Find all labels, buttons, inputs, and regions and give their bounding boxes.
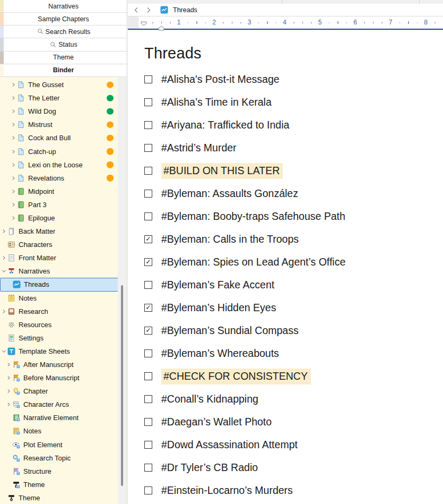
binder-item-mistrust[interactable]: Mistrust xyxy=(0,118,119,131)
chevron-right-icon[interactable] xyxy=(10,214,17,222)
binder-item-part-3[interactable]: Part 3 xyxy=(0,198,119,211)
back-button[interactable] xyxy=(133,6,140,14)
checkbox-unchecked[interactable] xyxy=(144,98,152,106)
chevron-right-icon[interactable] xyxy=(10,134,17,142)
chevron-down-icon[interactable] xyxy=(1,347,7,355)
chevron-right-icon[interactable] xyxy=(10,174,17,182)
binder-item-narrative-element[interactable]: Narrative Element xyxy=(0,411,119,424)
checklist-item-text[interactable]: #Astrid’s Murder xyxy=(161,142,237,154)
chevron-right-icon[interactable] xyxy=(1,307,7,315)
chevron-right-icon[interactable] xyxy=(10,187,17,195)
binder-item-theme[interactable]: Theme xyxy=(0,478,119,491)
checklist-item-text[interactable]: #Byleman: Assaults González xyxy=(161,187,298,200)
binder-item-resources[interactable]: Resources xyxy=(0,318,119,331)
checklist-item-text[interactable]: #Byleman: Booby-traps Safehouse Path xyxy=(161,210,345,223)
binder-item-catch-up[interactable]: Catch-up xyxy=(0,144,119,158)
binder-item-structure[interactable]: Structure xyxy=(0,465,119,478)
binder-item-threads[interactable]: Threads xyxy=(0,278,119,291)
binder-item-midpoint[interactable]: Midpoint xyxy=(0,185,119,198)
binder-item-the-gusset[interactable]: The Gusset xyxy=(0,78,119,91)
checkbox-unchecked[interactable] xyxy=(144,372,152,380)
checkbox-checked[interactable]: ✓ xyxy=(144,304,152,312)
binder-item-notes[interactable]: Notes xyxy=(0,424,119,438)
binder-item-epilogue[interactable]: Epilogue xyxy=(0,211,119,225)
chevron-right-icon[interactable] xyxy=(5,400,12,408)
chevron-right-icon[interactable] xyxy=(5,387,12,395)
checklist-item-text[interactable]: #Byleman: Spies on Lead Agent’s Office xyxy=(161,256,345,268)
sidebar-tab-theme[interactable]: Theme xyxy=(0,52,127,64)
binder-item-plot-element[interactable]: Plot Element xyxy=(0,438,119,451)
checkbox-checked[interactable]: ✓ xyxy=(144,235,152,243)
chevron-right-icon[interactable] xyxy=(10,201,17,209)
chevron-right-icon[interactable] xyxy=(1,254,7,262)
chevron-right-icon[interactable] xyxy=(5,361,12,369)
checklist-item-text[interactable]: #Byleman’s Hidden Eyes xyxy=(161,302,276,314)
checkbox-unchecked[interactable] xyxy=(144,441,152,449)
checkbox-unchecked[interactable] xyxy=(144,418,152,426)
checklist-item-text[interactable]: #Dr Tyler’s CB Radio xyxy=(161,462,258,474)
binder-item-theme[interactable]: Theme xyxy=(0,491,119,504)
binder-item-after-manuscript[interactable]: After Manuscript xyxy=(0,358,119,371)
binder-item-notes[interactable]: Notes xyxy=(0,292,119,305)
checkbox-unchecked[interactable] xyxy=(144,349,152,357)
sidebar-scrollbar[interactable] xyxy=(118,78,126,504)
checklist-item-text[interactable]: #Daegan’s Wallet Photo xyxy=(161,416,272,428)
binder-item-front-matter[interactable]: Front Matter xyxy=(0,251,119,264)
binder-item-research-topic[interactable]: Research Topic xyxy=(0,451,119,465)
checklist-item-text[interactable]: #CHECK FOR CONSISTENCY xyxy=(161,369,311,385)
checkbox-unchecked[interactable] xyxy=(144,464,152,472)
sidebar-scrollbar-thumb[interactable] xyxy=(121,285,123,486)
checkbox-unchecked[interactable] xyxy=(144,121,152,129)
binder-item-character-arcs[interactable]: Character Arcs xyxy=(0,398,119,411)
binder-item-chapter[interactable]: Chapter xyxy=(0,385,119,398)
checkbox-unchecked[interactable] xyxy=(144,486,152,494)
binder-item-back-matter[interactable]: Back Matter xyxy=(0,225,119,238)
binder-item-template-sheets[interactable]: Template Sheets xyxy=(0,345,119,358)
chevron-right-icon[interactable] xyxy=(10,121,17,129)
binder-item-before-manuscript[interactable]: Before Manuscript xyxy=(0,371,119,385)
binder-item-wild-dog[interactable]: Wild Dog xyxy=(0,105,119,118)
binder-item-cock-and-bull[interactable]: Cock and Bull xyxy=(0,131,119,144)
chevron-right-icon[interactable] xyxy=(5,374,12,382)
binder-item-lexi-on-the-loose[interactable]: Lexi on the Loose xyxy=(0,158,119,172)
chevron-right-icon[interactable] xyxy=(10,148,17,156)
checklist-item-text[interactable]: #Byleman: Calls in the Troops xyxy=(161,233,299,245)
checkbox-unchecked[interactable] xyxy=(144,281,152,289)
checkbox-unchecked[interactable] xyxy=(144,75,152,83)
binder-item-settings[interactable]: Settings xyxy=(0,331,119,345)
checkbox-unchecked[interactable] xyxy=(144,144,152,152)
chevron-right-icon[interactable] xyxy=(10,81,17,89)
sidebar-tab-sample-chapters[interactable]: Sample Chapters xyxy=(0,13,127,25)
checklist-item-text[interactable]: #Einstein-Locarno’s Murders xyxy=(161,484,293,497)
checklist-item-text[interactable]: #Byleman’s Fake Accent xyxy=(161,279,274,291)
checklist-item-text[interactable]: #BUILD ON THIS LATER xyxy=(161,163,283,179)
chevron-down-icon[interactable] xyxy=(1,267,7,275)
checklist-item-text[interactable]: #Byleman’s Whereabouts xyxy=(161,347,279,360)
binder-item-revelations[interactable]: Revelations xyxy=(0,172,119,185)
checkbox-unchecked[interactable] xyxy=(144,395,152,403)
sidebar-tab-search-results[interactable]: Search Results xyxy=(0,25,127,38)
checkbox-checked[interactable]: ✓ xyxy=(144,258,152,266)
checklist-item-text[interactable]: #Byleman’s Sundial Compass xyxy=(161,324,299,337)
active-document-tab[interactable]: Threads xyxy=(173,6,197,14)
binder-item-the-letter[interactable]: The Letter xyxy=(0,91,119,105)
binder-item-narratives[interactable]: Narratives xyxy=(0,264,119,278)
first-line-indent-marker[interactable] xyxy=(141,19,147,28)
checklist-item-text[interactable]: #Dowd Assassination Attempt xyxy=(161,439,298,451)
binder-item-characters[interactable]: Characters xyxy=(0,238,119,251)
chevron-right-icon[interactable] xyxy=(10,161,17,169)
checklist-item-text[interactable]: #Ariyana: Trafficked to India xyxy=(161,119,289,131)
sidebar-tab-narratives[interactable]: Narratives xyxy=(0,0,127,13)
binder-item-research[interactable]: Research xyxy=(0,305,119,318)
checklist-item-text[interactable]: #Alisha’s Time in Kerala xyxy=(161,96,272,108)
forward-button[interactable] xyxy=(145,6,152,14)
checkbox-checked[interactable]: ✓ xyxy=(144,327,152,335)
checkbox-unchecked[interactable] xyxy=(144,212,152,220)
checklist-item-text[interactable]: #Alisha's Post-it Message xyxy=(161,73,280,86)
chevron-right-icon[interactable] xyxy=(10,107,17,115)
checkbox-unchecked[interactable] xyxy=(144,167,152,175)
chevron-right-icon[interactable] xyxy=(1,227,7,235)
sidebar-tab-binder[interactable]: Binder xyxy=(0,64,127,77)
checkbox-unchecked[interactable] xyxy=(144,190,152,198)
chevron-right-icon[interactable] xyxy=(10,94,17,102)
